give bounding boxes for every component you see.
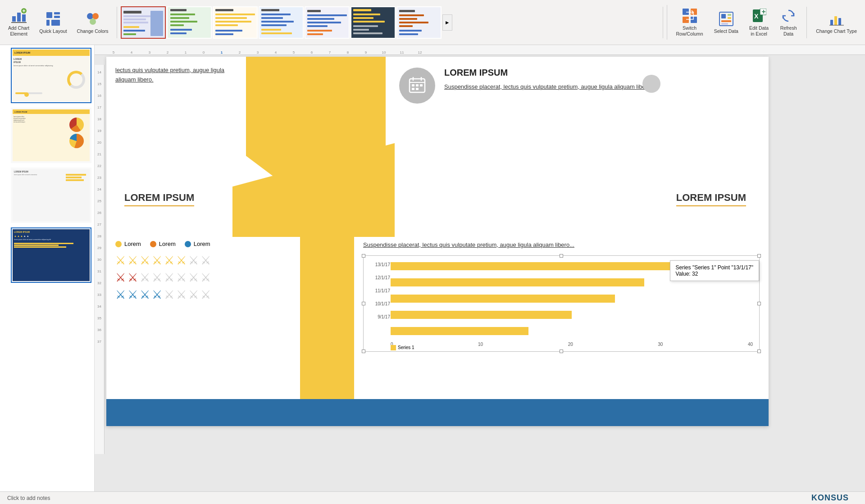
slide-thumb-2[interactable]: LOREM IPSUM lorem ipsum dolorsit amet co… <box>11 108 91 163</box>
layout-thumb-1[interactable] <box>121 6 166 39</box>
person-3-6: ⚔ <box>176 289 187 300</box>
resize-handle-ml[interactable] <box>362 302 365 305</box>
switch-row-col-button[interactable]: SwitchRow/Column <box>672 5 708 39</box>
layout-thumb-4[interactable] <box>259 6 304 39</box>
svg-rect-52 <box>307 22 341 23</box>
person-2-1: ⚔ <box>115 272 126 283</box>
svg-rect-68 <box>399 22 428 23</box>
svg-rect-0 <box>12 16 16 22</box>
refresh-data-button[interactable]: RefreshData <box>775 5 802 39</box>
svg-rect-65 <box>399 10 415 12</box>
slide-thumb-1[interactable]: LOREM IPSUM LOREMIPSUM lorem ipsum dolor… <box>11 48 91 103</box>
resize-handle-br[interactable] <box>757 350 761 353</box>
y-label-1: 13/1/17 <box>365 262 390 267</box>
bar-2 <box>391 278 644 286</box>
person-1-7: ⚔ <box>188 254 199 266</box>
svg-rect-75 <box>691 17 697 23</box>
svg-rect-31 <box>170 32 187 34</box>
layout-thumb-2[interactable] <box>167 6 212 39</box>
slide-1-preview: LOREM IPSUM LOREMIPSUM lorem ipsum dolor… <box>13 50 90 101</box>
edit-data-excel-button[interactable]: X Edit Datain Excel <box>745 5 773 39</box>
ruler-top: 5 4 3 2 1 0 1 2 3 4 5 6 7 8 9 10 11 12 <box>95 45 865 55</box>
svg-rect-79 <box>728 17 731 19</box>
slide-2-preview: LOREM IPSUM lorem ipsum dolorsit amet co… <box>13 109 90 161</box>
change-chart-type-button[interactable]: Change Chart Type <box>811 8 861 37</box>
svg-rect-72 <box>683 9 689 15</box>
layout-thumb-5[interactable] <box>305 6 350 39</box>
quick-layout-button[interactable]: Quick Layout <box>35 8 71 37</box>
svg-rect-28 <box>170 21 197 23</box>
svg-rect-1 <box>17 13 21 22</box>
right-heading: LOREM IPSUM <box>444 68 652 78</box>
refresh-data-label: RefreshData <box>780 25 797 36</box>
svg-rect-62 <box>353 29 369 31</box>
add-chart-element-button[interactable]: Add ChartElement <box>4 5 34 39</box>
slide-thumb-3[interactable]: LOREM IPSUM lorem ipsum dolor sit amet c… <box>11 168 91 223</box>
toolbar: Add ChartElement Quick Layout Change Col… <box>0 0 865 45</box>
people-row-2: ⚔ ⚔ ⚔ ⚔ ⚔ ⚔ ⚔ ⚔ <box>115 272 291 283</box>
svg-rect-11 <box>51 20 60 26</box>
tooltip-series: Series "Series 1" Point "13/1/17" <box>676 264 753 271</box>
resize-handle-bl[interactable] <box>362 350 365 353</box>
chart-selection-container[interactable]: 13/1/17 12/1/17 11/1/17 10/1/17 9/1/17 <box>363 255 760 352</box>
resize-handle-tc[interactable] <box>560 254 563 258</box>
svg-rect-42 <box>261 14 291 15</box>
series-1-label: Series 1 <box>398 345 414 350</box>
x-label-20: 20 <box>568 342 573 347</box>
svg-point-14 <box>90 18 96 25</box>
svg-rect-36 <box>215 21 251 23</box>
select-data-label: Select Data <box>714 28 738 34</box>
person-1-5: ⚔ <box>164 254 174 266</box>
svg-rect-30 <box>170 29 192 31</box>
left-text-block: lectus quis vulputate pretium, augue lig… <box>106 57 246 183</box>
select-data-button[interactable]: Select Data <box>710 8 743 37</box>
person-3-3: ⚔ <box>140 289 150 300</box>
resize-handle-tl[interactable] <box>362 254 365 258</box>
svg-rect-38 <box>215 30 242 32</box>
edit-data-excel-icon: X <box>751 8 767 24</box>
main-area: 1 LOREM IPSUM LOREMIPSUM lorem ipsum dol… <box>0 45 865 491</box>
toolbar-divider-3 <box>806 7 807 38</box>
notes-prompt: Click to add notes <box>7 495 50 501</box>
ruler-left: 14 15 16 17 18 19 20 21 22 23 24 25 26 2… <box>95 65 105 454</box>
bar-4 <box>391 311 572 319</box>
person-1-8: ⚔ <box>200 254 211 266</box>
svg-rect-51 <box>307 18 334 20</box>
svg-rect-20 <box>123 26 139 28</box>
svg-rect-70 <box>399 30 422 32</box>
resize-handle-bc[interactable] <box>560 350 563 353</box>
quick-layout-label: Quick Layout <box>39 28 67 34</box>
person-3-8: ⚔ <box>200 289 211 300</box>
change-colors-button[interactable]: Change Colors <box>73 8 113 37</box>
canvas-area[interactable]: 5 4 3 2 1 0 1 2 3 4 5 6 7 8 9 10 11 12 <box>95 45 865 491</box>
person-2-5: ⚔ <box>164 272 174 283</box>
change-chart-type-label: Change Chart Type <box>816 28 857 34</box>
layout-thumb-7[interactable] <box>396 6 442 39</box>
svg-rect-55 <box>307 33 323 35</box>
layout-thumb-6[interactable] <box>351 6 396 39</box>
svg-rect-67 <box>399 18 417 20</box>
slide-thumb-4[interactable]: LOREM IPSUM ▲ ▲ ▲ ▲ ▲ lorem ipsum dolor … <box>11 227 91 283</box>
person-1-6: ⚔ <box>176 254 187 266</box>
svg-rect-61 <box>353 25 378 27</box>
svg-rect-58 <box>353 14 380 15</box>
select-data-icon <box>718 11 734 27</box>
svg-text:X: X <box>754 13 759 20</box>
svg-rect-25 <box>170 9 187 11</box>
svg-rect-77 <box>721 14 726 18</box>
switch-row-col-icon <box>682 8 698 24</box>
add-chart-element-icon <box>11 8 27 24</box>
x-label-40: 40 <box>748 342 753 347</box>
svg-rect-95 <box>412 84 414 86</box>
resize-handle-mr[interactable] <box>757 302 761 305</box>
svg-rect-59 <box>353 17 373 19</box>
svg-rect-27 <box>170 17 189 19</box>
resize-handle-tr[interactable] <box>757 254 761 258</box>
layout-thumb-3[interactable] <box>213 6 258 39</box>
status-bar: Click to add notes KONSUS <box>0 491 865 504</box>
svg-rect-8 <box>54 12 60 14</box>
bar-1 <box>391 262 680 270</box>
svg-rect-45 <box>261 24 287 26</box>
layout-more-arrow[interactable]: ► <box>442 14 452 31</box>
legend-dot-1 <box>115 241 122 247</box>
